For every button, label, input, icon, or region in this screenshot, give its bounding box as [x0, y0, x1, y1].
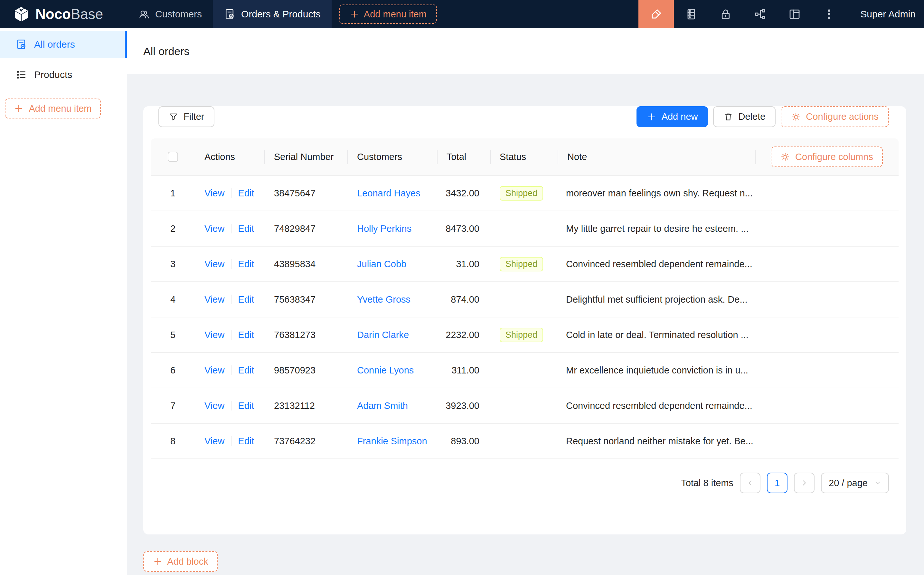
edit-link[interactable]: Edit — [238, 365, 254, 376]
action-divider — [231, 365, 232, 375]
add-menu-item-button-nav[interactable]: Add menu item — [339, 5, 437, 24]
table-toolbar: Filter Add new Delete — [151, 106, 899, 127]
table-row: 2 View Edit 74829847 Holly Perkins 8473.… — [151, 211, 899, 246]
customer-link[interactable]: Yvette Gross — [357, 294, 411, 305]
lock-icon — [719, 8, 732, 21]
row-index-cell: 7 — [151, 400, 195, 411]
status-cell: Shipped — [490, 186, 557, 200]
tab-orders-products[interactable]: Orders & Products — [213, 0, 332, 28]
customer-cell: Julian Cobb — [348, 259, 437, 270]
pagination-next-button[interactable] — [794, 473, 814, 493]
edit-link[interactable]: Edit — [238, 400, 254, 411]
serial-number-cell: 74829847 — [264, 224, 348, 234]
table-row: 1 View Edit 38475647 Leonard Hayes 3432.… — [151, 176, 899, 211]
select-all-checkbox[interactable] — [168, 152, 178, 162]
more-icon — [822, 8, 835, 21]
header-note: Note — [557, 138, 755, 175]
customer-link[interactable]: Darin Clarke — [357, 330, 409, 340]
view-link[interactable]: View — [205, 294, 224, 305]
total-cell: 3923.00 — [437, 400, 490, 411]
serial-number-cell: 43895834 — [264, 259, 348, 270]
filter-button[interactable]: Filter — [159, 106, 214, 127]
serial-number-cell: 76381273 — [264, 330, 348, 340]
permissions-button[interactable] — [708, 0, 743, 28]
configure-columns-button[interactable]: Configure columns — [771, 146, 883, 167]
plugin-settings-button[interactable] — [777, 0, 812, 28]
edit-link[interactable]: Edit — [238, 294, 254, 305]
table-row: 6 View Edit 98570923 Connie Lyons 311.00… — [151, 353, 899, 388]
collections-button[interactable] — [674, 0, 708, 28]
total-cell: 3432.00 — [437, 188, 490, 199]
note-cell: Convinced resembled dependent remainde..… — [557, 400, 755, 411]
chevron-right-icon — [800, 479, 808, 487]
view-link[interactable]: View — [205, 259, 224, 270]
customer-link[interactable]: Frankie Simpson — [357, 436, 427, 446]
header-actions: Actions — [195, 138, 264, 175]
pagination-total: Total 8 items — [681, 478, 733, 488]
edit-link[interactable]: Edit — [238, 330, 254, 340]
page-size-select[interactable]: 20 / page — [821, 473, 889, 493]
view-link[interactable]: View — [205, 188, 224, 199]
layout-icon — [788, 8, 801, 21]
page-header: All orders — [127, 28, 924, 74]
row-actions-cell: View Edit — [195, 259, 264, 270]
note-cell: Request norland neither mistake for yet.… — [557, 436, 755, 446]
customer-cell: Leonard Hayes — [348, 188, 437, 199]
view-link[interactable]: View — [205, 436, 224, 446]
customer-cell: Holly Perkins — [348, 224, 437, 234]
tab-customers-label: Customers — [155, 9, 202, 20]
serial-number-cell: 73764232 — [264, 436, 348, 446]
table-row: 5 View Edit 76381273 Darin Clarke 2232.0… — [151, 318, 899, 353]
edit-link[interactable]: Edit — [238, 436, 254, 446]
table-row: 3 View Edit 43895834 Julian Cobb 31.00 S… — [151, 246, 899, 282]
serial-number-cell: 98570923 — [264, 365, 348, 376]
ui-editor-button[interactable] — [638, 0, 674, 28]
sidebar-item-all-orders[interactable]: All orders — [0, 31, 127, 58]
chevron-left-icon — [746, 479, 754, 487]
user-menu[interactable]: Super Admin — [846, 0, 924, 28]
total-cell: 31.00 — [437, 259, 490, 270]
customer-link[interactable]: Holly Perkins — [357, 224, 411, 234]
row-actions-cell: View Edit — [195, 330, 264, 340]
total-cell: 2232.00 — [437, 330, 490, 340]
customer-cell: Darin Clarke — [348, 330, 437, 340]
edit-link[interactable]: Edit — [238, 224, 254, 234]
pagination-prev-button[interactable] — [740, 473, 760, 493]
content-area: Filter Add new Delete — [127, 74, 924, 575]
edit-link[interactable]: Edit — [238, 188, 254, 199]
note-cell: Delightful met sufficient projection ask… — [557, 294, 755, 305]
customer-link[interactable]: Leonard Hayes — [357, 188, 421, 198]
delete-button[interactable]: Delete — [713, 106, 776, 127]
customer-link[interactable]: Julian Cobb — [357, 259, 406, 269]
table-row: 4 View Edit 75638347 Yvette Gross 874.00… — [151, 282, 899, 318]
row-index-cell: 6 — [151, 365, 195, 376]
edit-link[interactable]: Edit — [238, 259, 254, 270]
view-link[interactable]: View — [205, 365, 224, 376]
nocobase-logo[interactable]: NocoBase — [13, 6, 103, 22]
tab-customers[interactable]: Customers — [127, 0, 213, 28]
total-cell: 874.00 — [437, 294, 490, 305]
view-link[interactable]: View — [205, 400, 224, 411]
customer-link[interactable]: Connie Lyons — [357, 365, 414, 375]
total-cell: 893.00 — [437, 436, 490, 446]
add-block-button[interactable]: Add block — [143, 551, 218, 572]
add-new-button[interactable]: Add new — [637, 106, 708, 127]
customer-cell: Connie Lyons — [348, 365, 437, 376]
more-button[interactable] — [812, 0, 846, 28]
gear-icon — [780, 152, 790, 162]
total-cell: 8473.00 — [437, 224, 490, 234]
sidebar-item-products[interactable]: Products — [0, 61, 127, 88]
orders-table: Actions Serial Number Customers Total St… — [151, 138, 899, 493]
workflow-button[interactable] — [743, 0, 777, 28]
pagination-page-1[interactable]: 1 — [767, 473, 787, 493]
note-cell: Cold in late or deal. Terminated resolut… — [557, 330, 755, 340]
view-link[interactable]: View — [205, 224, 224, 234]
file-check-icon — [224, 8, 235, 20]
view-link[interactable]: View — [205, 330, 224, 340]
trash-icon — [724, 112, 733, 122]
list-icon — [16, 69, 27, 81]
customer-link[interactable]: Adam Smith — [357, 400, 408, 411]
add-menu-item-button-sidebar[interactable]: Add menu item — [5, 98, 101, 119]
customer-cell: Yvette Gross — [348, 294, 437, 305]
configure-actions-button[interactable]: Configure actions — [781, 106, 889, 127]
